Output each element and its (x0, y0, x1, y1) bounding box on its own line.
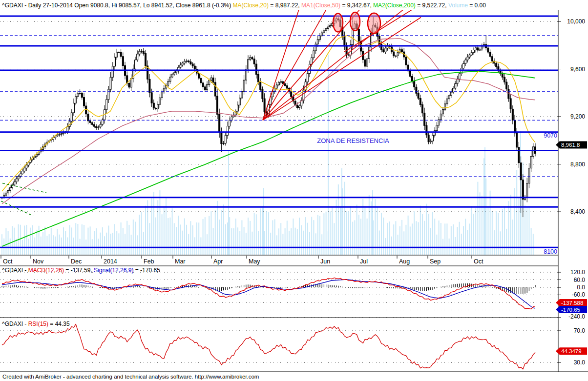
volume-spike-bar (484, 147, 485, 255)
candle-body (323, 31, 325, 33)
volume-bar (500, 231, 501, 255)
volume-bar (149, 223, 150, 255)
volume-bar (301, 225, 302, 255)
volume-bar (287, 221, 288, 255)
volume-bar (360, 219, 361, 255)
candle-body (81, 93, 83, 98)
candle-body (436, 125, 438, 131)
volume-bar (198, 222, 199, 255)
candle-body (393, 52, 395, 56)
volume-bar (274, 220, 275, 255)
volume-bar (256, 214, 257, 255)
candle-body (149, 79, 150, 93)
candle-body (381, 44, 382, 50)
volume-bar (71, 227, 72, 255)
chart-canvas[interactable]: 10,0009,6009,2008,8008,400OctNovDec2014F… (0, 0, 588, 381)
volume-bar (155, 218, 156, 255)
candle-body (219, 114, 220, 132)
candle-body (432, 135, 434, 141)
volume-bar (387, 223, 388, 255)
volume-bar (244, 227, 245, 255)
volume-bar (453, 224, 454, 255)
candle-body (528, 168, 530, 183)
volume-bar (108, 225, 109, 255)
volume-bar (159, 190, 160, 255)
volume-bar (1, 234, 2, 255)
level-label-8100: 8100 (534, 248, 557, 255)
volume-bar (434, 219, 435, 255)
volume-bar (26, 225, 27, 255)
volume-bar (354, 220, 355, 255)
volume-bar (321, 234, 322, 255)
volume-bar (44, 227, 45, 255)
signal-value-badge-text: -170.65 (561, 307, 580, 313)
candle-body (520, 163, 522, 180)
candle-body (489, 52, 491, 57)
volume-bar (128, 225, 129, 255)
volume-bar (473, 214, 474, 255)
volume-bar (319, 216, 320, 255)
candle-body (258, 74, 259, 82)
month-label: Oct (474, 258, 483, 265)
candle-body (395, 56, 397, 56)
volume-bar (379, 230, 380, 255)
volume-bar (34, 238, 35, 255)
macd-axis-label: 60.0 (574, 277, 586, 283)
candle-body (128, 83, 130, 87)
candle-body (502, 74, 503, 77)
rsi-title-value: = 44.35 (48, 321, 70, 327)
rsi-value-badge-text: 44.3479 (561, 348, 582, 354)
candle-body (330, 26, 331, 27)
candle-body (135, 60, 136, 69)
candle-body (204, 87, 206, 90)
candle-body (139, 51, 140, 54)
candle-body (317, 40, 318, 44)
month-label: Nov (33, 258, 44, 265)
candle-body (253, 59, 255, 64)
candle-body (14, 182, 15, 185)
volume-bar (311, 217, 312, 255)
volume-bar (393, 224, 394, 255)
price-axis-label: 10,000 (567, 18, 585, 25)
candle-body (463, 63, 464, 68)
volume-bar (480, 192, 481, 255)
volume-bar (219, 220, 220, 255)
rsi-axis-label: 30.0 (574, 359, 586, 366)
candle-body (252, 58, 253, 59)
candle-body (143, 51, 144, 53)
volume-bar (295, 228, 296, 255)
title-ma200-value: = 9,522.72, (416, 2, 448, 9)
volume-bar (125, 234, 126, 255)
volume-bar (135, 222, 136, 255)
volume-bar (371, 201, 372, 255)
candle-body (459, 74, 460, 79)
candle-body (73, 103, 75, 113)
candle-body (422, 105, 423, 113)
candle-body (455, 84, 456, 88)
candle-body (96, 126, 97, 128)
volume-bar (403, 231, 404, 255)
volume-bar (272, 220, 273, 255)
volume-bar (36, 230, 37, 255)
volume-bar (20, 225, 21, 255)
volume-bar (131, 235, 132, 255)
candle-body (409, 71, 411, 77)
volume-bar (439, 221, 440, 255)
rsi-title-label: RSI(15) (28, 321, 48, 327)
candle-body (291, 92, 292, 97)
candle-body (358, 29, 359, 41)
candle-body (98, 127, 99, 128)
title-ma200-label: MA2(Close,200) (373, 2, 416, 9)
volume-bar (401, 220, 402, 255)
volume-bar (344, 182, 345, 255)
candle-body (469, 55, 470, 57)
volume-bar (385, 238, 386, 255)
volume-bar (174, 223, 175, 255)
candle-body (348, 55, 349, 55)
macd-axis-label: -60.0 (572, 291, 586, 298)
last-price-badge-text: 8,961.8 (561, 142, 580, 148)
candle-body (496, 63, 497, 67)
candle-body (171, 74, 173, 77)
candle-body (296, 105, 298, 107)
volume-bar (168, 218, 168, 255)
